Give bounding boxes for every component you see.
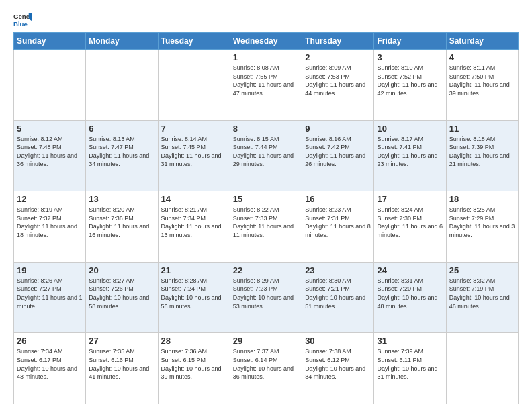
day-info: Sunrise: 8:09 AM Sunset: 7:53 PM Dayligh… [305,64,371,97]
day-info: Sunrise: 8:19 AM Sunset: 7:37 PM Dayligh… [17,205,83,239]
day-info: Sunrise: 8:29 AM Sunset: 7:23 PM Dayligh… [233,277,299,310]
calendar-cell: 3Sunrise: 8:10 AM Sunset: 7:52 PM Daylig… [374,50,446,121]
calendar-cell: 26Sunrise: 7:34 AM Sunset: 6:17 PM Dayli… [14,333,86,404]
day-info: Sunrise: 8:31 AM Sunset: 7:20 PM Dayligh… [377,277,443,310]
day-info: Sunrise: 8:13 AM Sunset: 7:47 PM Dayligh… [89,135,154,169]
day-number: 14 [161,194,227,204]
day-number: 17 [377,194,443,204]
weekday-header-thursday: Thursday [302,33,374,50]
day-info: Sunrise: 7:35 AM Sunset: 6:16 PM Dayligh… [89,347,154,381]
day-number: 15 [233,194,299,204]
calendar-week-3: 12Sunrise: 8:19 AM Sunset: 7:37 PM Dayli… [14,191,519,263]
calendar-cell: 9Sunrise: 8:16 AM Sunset: 7:42 PM Daylig… [302,120,374,191]
day-number: 11 [449,124,515,134]
calendar-cell: 22Sunrise: 8:29 AM Sunset: 7:23 PM Dayli… [230,262,302,333]
day-info: Sunrise: 8:18 AM Sunset: 7:39 PM Dayligh… [449,135,515,169]
day-number: 2 [305,52,371,62]
calendar-cell: 6Sunrise: 8:13 AM Sunset: 7:47 PM Daylig… [86,120,158,191]
day-number: 26 [17,336,83,346]
calendar-cell: 18Sunrise: 8:25 AM Sunset: 7:29 PM Dayli… [446,191,518,263]
calendar-week-2: 5Sunrise: 8:12 AM Sunset: 7:48 PM Daylig… [14,120,519,191]
calendar-cell: 23Sunrise: 8:30 AM Sunset: 7:21 PM Dayli… [302,262,374,333]
day-info: Sunrise: 8:12 AM Sunset: 7:48 PM Dayligh… [17,135,83,169]
day-number: 31 [377,336,443,346]
day-number: 22 [233,265,299,275]
calendar-cell: 2Sunrise: 8:09 AM Sunset: 7:53 PM Daylig… [302,50,374,121]
day-info: Sunrise: 8:16 AM Sunset: 7:42 PM Dayligh… [305,135,371,169]
day-info: Sunrise: 8:23 AM Sunset: 7:31 PM Dayligh… [305,205,371,239]
calendar-cell: 25Sunrise: 8:32 AM Sunset: 7:19 PM Dayli… [446,262,518,333]
calendar-cell: 7Sunrise: 8:14 AM Sunset: 7:45 PM Daylig… [158,120,230,191]
calendar-body: 1Sunrise: 8:08 AM Sunset: 7:55 PM Daylig… [14,50,519,404]
day-number: 1 [233,52,299,62]
calendar-cell: 15Sunrise: 8:22 AM Sunset: 7:33 PM Dayli… [230,191,302,263]
calendar-cell: 14Sunrise: 8:21 AM Sunset: 7:34 PM Dayli… [158,191,230,263]
day-number: 25 [449,265,515,275]
day-info: Sunrise: 7:39 AM Sunset: 6:11 PM Dayligh… [377,347,443,381]
day-info: Sunrise: 8:24 AM Sunset: 7:30 PM Dayligh… [377,205,443,239]
weekday-header-tuesday: Tuesday [158,33,230,50]
day-info: Sunrise: 7:34 AM Sunset: 6:17 PM Dayligh… [17,347,83,381]
calendar-cell: 5Sunrise: 8:12 AM Sunset: 7:48 PM Daylig… [14,120,86,191]
day-number: 16 [305,194,371,204]
weekday-header-friday: Friday [374,33,446,50]
calendar-cell: 19Sunrise: 8:26 AM Sunset: 7:27 PM Dayli… [14,262,86,333]
calendar-cell: 12Sunrise: 8:19 AM Sunset: 7:37 PM Dayli… [14,191,86,263]
weekday-header-sunday: Sunday [14,33,86,50]
calendar-cell [158,50,230,121]
day-info: Sunrise: 8:22 AM Sunset: 7:33 PM Dayligh… [233,205,299,239]
calendar-cell: 31Sunrise: 7:39 AM Sunset: 6:11 PM Dayli… [374,333,446,404]
weekday-row: SundayMondayTuesdayWednesdayThursdayFrid… [14,33,519,50]
day-number: 4 [449,52,515,62]
calendar-cell [86,50,158,121]
day-number: 3 [377,52,443,62]
calendar-cell: 28Sunrise: 7:36 AM Sunset: 6:15 PM Dayli… [158,333,230,404]
calendar-cell: 17Sunrise: 8:24 AM Sunset: 7:30 PM Dayli… [374,191,446,263]
calendar-cell: 16Sunrise: 8:23 AM Sunset: 7:31 PM Dayli… [302,191,374,263]
day-info: Sunrise: 8:08 AM Sunset: 7:55 PM Dayligh… [233,64,299,97]
calendar-cell: 27Sunrise: 7:35 AM Sunset: 6:16 PM Dayli… [86,333,158,404]
calendar-week-4: 19Sunrise: 8:26 AM Sunset: 7:27 PM Dayli… [14,262,519,333]
calendar-cell: 11Sunrise: 8:18 AM Sunset: 7:39 PM Dayli… [446,120,518,191]
day-info: Sunrise: 8:27 AM Sunset: 7:26 PM Dayligh… [89,277,154,310]
day-number: 7 [161,124,227,134]
day-number: 23 [305,265,371,275]
calendar-cell [14,50,86,121]
calendar-header: SundayMondayTuesdayWednesdayThursdayFrid… [14,33,519,50]
day-info: Sunrise: 8:11 AM Sunset: 7:50 PM Dayligh… [449,64,515,97]
day-number: 18 [449,194,515,204]
day-number: 12 [17,194,83,204]
day-number: 28 [161,336,227,346]
day-info: Sunrise: 8:28 AM Sunset: 7:24 PM Dayligh… [161,277,227,310]
calendar-table: SundayMondayTuesdayWednesdayThursdayFrid… [13,32,519,404]
weekday-header-saturday: Saturday [446,33,518,50]
calendar-cell [446,333,518,404]
day-info: Sunrise: 8:15 AM Sunset: 7:44 PM Dayligh… [233,135,299,169]
day-number: 29 [233,336,299,346]
weekday-header-wednesday: Wednesday [230,33,302,50]
day-info: Sunrise: 8:26 AM Sunset: 7:27 PM Dayligh… [17,277,83,310]
day-number: 21 [161,265,227,275]
page: General Blue SundayMondayTuesdayWednesda… [0,0,532,411]
calendar-week-5: 26Sunrise: 7:34 AM Sunset: 6:17 PM Dayli… [14,333,519,404]
day-info: Sunrise: 8:10 AM Sunset: 7:52 PM Dayligh… [377,64,443,97]
day-number: 6 [89,124,154,134]
day-info: Sunrise: 8:20 AM Sunset: 7:36 PM Dayligh… [89,205,154,239]
calendar-cell: 29Sunrise: 7:37 AM Sunset: 6:14 PM Dayli… [230,333,302,404]
calendar-cell: 30Sunrise: 7:38 AM Sunset: 6:12 PM Dayli… [302,333,374,404]
day-number: 20 [89,265,154,275]
day-number: 13 [89,194,154,204]
calendar-cell: 21Sunrise: 8:28 AM Sunset: 7:24 PM Dayli… [158,262,230,333]
calendar-cell: 8Sunrise: 8:15 AM Sunset: 7:44 PM Daylig… [230,120,302,191]
day-info: Sunrise: 8:17 AM Sunset: 7:41 PM Dayligh… [377,135,443,169]
svg-text:Blue: Blue [13,20,28,28]
day-number: 8 [233,124,299,134]
header: General Blue [13,11,519,30]
day-number: 30 [305,336,371,346]
day-info: Sunrise: 8:32 AM Sunset: 7:19 PM Dayligh… [449,277,515,310]
calendar-cell: 13Sunrise: 8:20 AM Sunset: 7:36 PM Dayli… [86,191,158,263]
day-info: Sunrise: 7:36 AM Sunset: 6:15 PM Dayligh… [161,347,227,381]
day-number: 10 [377,124,443,134]
day-info: Sunrise: 8:30 AM Sunset: 7:21 PM Dayligh… [305,277,371,310]
calendar-cell: 10Sunrise: 8:17 AM Sunset: 7:41 PM Dayli… [374,120,446,191]
